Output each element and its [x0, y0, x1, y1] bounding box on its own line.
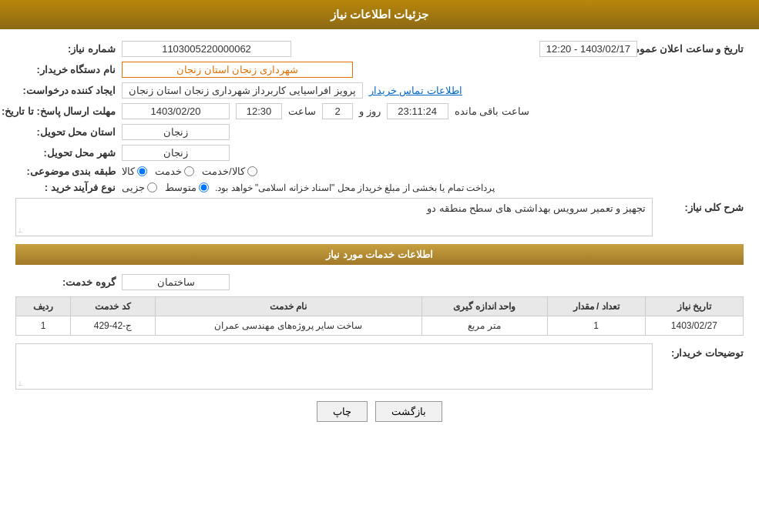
col-vahed: واحد اندازه گیری: [421, 297, 547, 316]
etelaaat-tamas-link[interactable]: اطلاعات تماس خریدار: [369, 85, 462, 96]
sharh-section: شرح کلی نیاز: تجهیز و تعمیر سرویس بهداشت…: [15, 198, 744, 236]
tosih-label: توضیحات خریدار:: [659, 343, 744, 359]
services-section-header: اطلاعات خدمات مورد نیاز: [15, 244, 744, 265]
tabaqe-khedmat-label: خدمت: [155, 166, 182, 177]
shahr-value: زنجان: [122, 145, 230, 161]
mohlat-rooz-label: روز و: [359, 105, 381, 117]
row-ijad: اطلاعات تماس خریدار پرویز افراسیایی کارب…: [15, 82, 744, 99]
services-title: اطلاعات خدمات مورد نیاز: [326, 249, 433, 260]
tarikh-value: 1403/02/17 - 12:20: [539, 41, 637, 57]
tarikh-label: تاریخ و ساعت اعلان عمومی:: [643, 43, 744, 55]
nooe-jozvi[interactable]: جزیی: [122, 182, 157, 193]
col-nam: نام خدمت: [155, 297, 421, 316]
gorohe-value: ساختمان: [122, 274, 230, 290]
tabaqe-label: طبقه بندی موضوعی:: [15, 166, 116, 177]
tabaqe-kala-khedmat[interactable]: کالا/خدمت: [202, 166, 257, 177]
cell-tarikh: 1403/02/27: [645, 316, 743, 336]
nooe-motaset-label: متوسط: [165, 182, 196, 193]
main-content: تاریخ و ساعت اعلان عمومی: 1403/02/17 - 1…: [0, 29, 759, 449]
col-radif: ردیف: [16, 297, 71, 316]
sharh-label: شرح کلی نیاز:: [659, 198, 744, 213]
mohlat-saat-label: ساعت: [288, 105, 316, 117]
ijad-value: پرویز افراسیایی کاربرداز شهرداری زنجان ا…: [122, 82, 363, 99]
row-shomara: تاریخ و ساعت اعلان عمومی: 1403/02/17 - 1…: [15, 41, 744, 57]
services-header-row: تاریخ نیاز تعداد / مقدار واحد اندازه گیر…: [16, 297, 744, 316]
resize-handle-2: ⟂: [18, 379, 22, 387]
ijad-label: ایجاد کننده درخواست:: [15, 85, 116, 96]
resize-handle: ⟂: [18, 226, 22, 234]
mohlat-date: 1403/02/20: [122, 103, 230, 119]
mohlat-saat-value: 12:30: [236, 103, 282, 119]
cell-tedad: 1: [547, 316, 645, 336]
nam-dastgah-label: نام دستگاه خریدار:: [15, 64, 116, 75]
col-kod: کد خدمت: [71, 297, 156, 316]
nooe-jozvi-label: جزیی: [122, 182, 145, 193]
shomara-value: 1103005220000062: [122, 41, 291, 57]
tabaqe-kala-khedmat-label: کالا/خدمت: [202, 166, 245, 177]
page-header: جزئیات اطلاعات نیاز: [0, 0, 759, 29]
row-shahr: زنجان شهر محل تحویل:: [15, 145, 744, 161]
bazgasht-button[interactable]: بازگشت: [375, 401, 442, 422]
table-row: 1403/02/27 1 متر مربع ساخت سایر پروژه‌ها…: [16, 316, 744, 336]
tabaqe-kala[interactable]: کالا: [122, 166, 147, 177]
gorohe-label: گروه خدمت:: [15, 276, 116, 288]
nam-dastgah-value: شهرداری زنجان استان زنجان: [122, 62, 353, 78]
nooe-motaset[interactable]: متوسط: [165, 182, 209, 193]
services-table-body: 1403/02/27 1 متر مربع ساخت سایر پروژه‌ها…: [16, 316, 744, 336]
shahr-label: شهر محل تحویل:: [15, 147, 116, 159]
mohlat-baqi-label: ساعت باقی مانده: [455, 105, 529, 117]
ostan-label: استان محل تحویل:: [15, 126, 116, 138]
tosih-box[interactable]: ⟂: [15, 343, 653, 390]
nooe-notice: پرداخت تمام یا بخشی از مبلغ خریداز محل "…: [215, 182, 495, 193]
services-table: تاریخ نیاز تعداد / مقدار واحد اندازه گیر…: [15, 296, 744, 336]
row-tabaqe: کالا/خدمت خدمت کالا طبقه بندی موضوعی:: [15, 166, 744, 177]
row-nam-dastgah: شهرداری زنجان استان زنجان نام دستگاه خری…: [15, 62, 744, 78]
page-title: جزئیات اطلاعات نیاز: [331, 8, 428, 21]
page-wrapper: جزئیات اطلاعات نیاز تاریخ و ساعت اعلان ع…: [0, 0, 759, 532]
cell-nam: ساخت سایر پروژه‌های مهندسی عمران: [155, 316, 421, 336]
nooe-radio-group: متوسط جزیی: [122, 182, 209, 193]
sharh-value: تجهیز و تعمیر سرویس بهداشتی های سطح منطق…: [427, 202, 646, 214]
mohlat-timer: 23:11:24: [387, 103, 448, 119]
mohlat-rooz-value: 2: [322, 103, 353, 119]
row-mohlat: ساعت باقی مانده 23:11:24 روز و 2 ساعت 12…: [15, 103, 744, 119]
tabaqe-kala-label: کالا: [122, 166, 135, 177]
cell-kod: ج-42-429: [71, 316, 156, 336]
row-nooe: پرداخت تمام یا بخشی از مبلغ خریداز محل "…: [15, 182, 744, 193]
tabaqe-khedmat[interactable]: خدمت: [155, 166, 194, 177]
nooe-label: نوع فرآیند خرید :: [15, 182, 116, 193]
cell-radif: 1: [16, 316, 71, 336]
row-gorohe: ساختمان گروه خدمت:: [15, 274, 744, 290]
chap-button[interactable]: چاپ: [317, 401, 368, 422]
ostan-value: زنجان: [122, 124, 230, 140]
cell-vahed: متر مربع: [421, 316, 547, 336]
services-table-head: تاریخ نیاز تعداد / مقدار واحد اندازه گیر…: [16, 297, 744, 316]
shomara-label: شماره نیاز:: [15, 43, 116, 55]
col-tedad: تعداد / مقدار: [547, 297, 645, 316]
row-ostan: زنجان استان محل تحویل:: [15, 124, 744, 140]
sharh-box[interactable]: تجهیز و تعمیر سرویس بهداشتی های سطح منطق…: [15, 198, 653, 236]
bottom-buttons: بازگشت چاپ: [15, 401, 744, 437]
tosih-section: توضیحات خریدار: ⟂: [15, 343, 744, 390]
mohlat-label: مهلت ارسال پاسخ: تا تاریخ:: [15, 105, 116, 117]
tabaqe-radio-group: کالا/خدمت خدمت کالا: [122, 166, 257, 177]
col-tarikh: تاریخ نیاز: [645, 297, 743, 316]
